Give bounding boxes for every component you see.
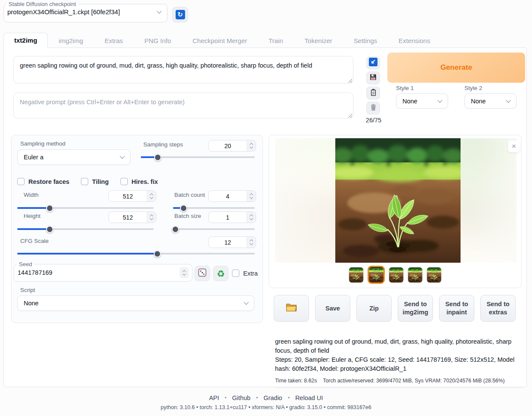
tab-tokenizer[interactable]: Tokenizer (294, 34, 343, 48)
batch-size-slider[interactable] (173, 225, 255, 233)
batch-size-label: Batch size (174, 213, 201, 219)
width-slider[interactable] (17, 204, 154, 212)
height-input[interactable]: 512 (108, 211, 156, 223)
tab-png-info[interactable]: PNG Info (134, 34, 182, 48)
generated-image[interactable] (335, 138, 461, 263)
image-preview[interactable] (275, 138, 517, 263)
tab-settings[interactable]: Settings (343, 34, 388, 48)
style2-dropdown[interactable]: None (464, 93, 517, 109)
number-stepper[interactable] (147, 212, 156, 223)
reuse-seed-button[interactable]: ♻ (213, 266, 229, 281)
api-link[interactable]: API (209, 394, 219, 401)
save-style-button[interactable] (366, 71, 380, 84)
refresh-checkpoint-button[interactable]: ↻ (172, 7, 188, 22)
slider-handle[interactable] (46, 226, 53, 233)
generate-button[interactable]: Generate (387, 53, 525, 83)
negative-prompt-input[interactable] (13, 93, 353, 118)
thumbnail-2-selected[interactable] (368, 266, 385, 284)
height-slider[interactable] (17, 225, 154, 233)
token-counter: 26/75 (364, 117, 384, 124)
footer: API • Github • Gradio • Reload UI python… (0, 394, 532, 410)
toggle-row: Restore faces Tiling Hires. fix (17, 178, 158, 185)
sampling-steps-slider[interactable] (141, 153, 255, 161)
slider-handle[interactable] (154, 154, 161, 161)
sampling-steps-input[interactable]: 20 (208, 140, 256, 152)
number-stepper[interactable] (247, 140, 256, 151)
close-preview-button[interactable]: × (508, 140, 520, 152)
send-to-extras-button[interactable]: Send to extras (480, 295, 516, 322)
extra-seed-checkbox[interactable]: Extra (232, 270, 258, 277)
close-icon: × (512, 142, 516, 151)
generated-image-art (389, 267, 403, 283)
slider-handle[interactable] (46, 205, 53, 212)
folder-icon (286, 303, 297, 314)
random-seed-button[interactable] (195, 266, 210, 281)
hires-fix-checkbox[interactable]: Hires. fix (121, 178, 158, 185)
thumbnail-4[interactable] (408, 267, 423, 283)
slider-handle[interactable] (154, 250, 161, 258)
send-to-img2img-button[interactable]: Send to img2img (398, 295, 433, 322)
number-stepper[interactable] (180, 267, 189, 278)
tab-train[interactable]: Train (258, 34, 294, 48)
number-stepper[interactable] (247, 212, 256, 223)
apply-style-button[interactable] (366, 87, 380, 99)
tab-img2img[interactable]: img2img (48, 34, 94, 48)
vram-text: Torch active/reserved: 3699/4702 MiB, Sy… (323, 378, 504, 384)
tiling-checkbox[interactable]: Tiling (81, 178, 108, 185)
number-stepper[interactable] (147, 191, 156, 202)
cfg-scale-input[interactable]: 12 (208, 236, 256, 248)
restore-faces-checkbox[interactable]: Restore faces (17, 178, 69, 185)
github-link[interactable]: Github (232, 394, 251, 401)
sampling-steps-value: 20 (209, 140, 247, 151)
width-value: 512 (109, 191, 147, 202)
tab-extras[interactable]: Extras (94, 34, 134, 48)
seed-value: 1441787169 (18, 269, 180, 276)
checkpoint-dropdown[interactable]: Stable Diffusion checkpoint protogenX34O… (3, 1, 167, 22)
style2-value: None (471, 98, 507, 105)
main-tab-bar: txt2img img2img Extras PNG Info Checkpoi… (3, 33, 441, 48)
reload-ui-link[interactable]: Reload UI (295, 394, 323, 401)
gradio-link[interactable]: Gradio (263, 394, 282, 401)
generated-image-art (335, 138, 461, 263)
recycle-icon: ♻ (217, 269, 225, 278)
refresh-icon: ↻ (176, 10, 185, 19)
read-generation-params-button[interactable] (366, 56, 380, 69)
seed-input[interactable]: Seed 1441787169 (14, 261, 192, 282)
cfg-scale-label: CFG Scale (20, 238, 49, 244)
cfg-scale-slider[interactable] (17, 250, 255, 258)
slider-handle[interactable] (172, 226, 179, 233)
prompt-input[interactable]: green sapling rowing out of ground, mud,… (13, 56, 353, 84)
gallery-actions: Save Zip Send to img2img Send to inpaint… (274, 295, 516, 322)
chevron-down-icon (244, 300, 248, 304)
generated-image-art (408, 267, 422, 283)
generation-settings-panel: Sampling method Euler a Sampling steps 2… (11, 135, 263, 323)
tab-txt2img[interactable]: txt2img (3, 33, 48, 48)
number-stepper[interactable] (247, 237, 256, 248)
thumbnail-3[interactable] (389, 267, 404, 283)
thumbnail-5[interactable] (427, 267, 442, 283)
sampling-method-label: Sampling method (20, 140, 65, 147)
batch-size-input[interactable]: 1 (208, 211, 256, 223)
save-button[interactable]: Save (315, 295, 350, 322)
send-to-inpaint-button[interactable]: Send to inpaint (439, 295, 474, 322)
performance-row: Time taken: 8.62s Torch active/reserved:… (275, 378, 524, 388)
bullet-separator: • (225, 395, 226, 401)
width-input[interactable]: 512 (108, 190, 156, 202)
batch-count-slider[interactable] (173, 204, 255, 212)
number-stepper[interactable] (247, 191, 256, 202)
thumbnail-1[interactable] (349, 267, 364, 283)
height-value: 512 (109, 212, 147, 223)
zip-button[interactable]: Zip (356, 295, 392, 322)
sampling-method-dropdown[interactable]: Euler a (17, 149, 130, 165)
script-dropdown[interactable]: None (17, 295, 254, 311)
chevron-down-icon (120, 154, 124, 158)
batch-count-input[interactable]: 4 (208, 190, 256, 202)
style1-dropdown[interactable]: None (396, 93, 448, 109)
tab-extensions[interactable]: Extensions (388, 34, 441, 48)
slider-handle[interactable] (180, 205, 187, 212)
width-label: Width (24, 192, 39, 198)
open-folder-button[interactable] (274, 295, 309, 322)
clear-prompt-button[interactable] (366, 102, 380, 115)
tab-checkpoint-merger[interactable]: Checkpoint Merger (182, 34, 258, 48)
output-params-text: Steps: 20, Sampler: Euler a, CFG scale: … (275, 355, 524, 373)
